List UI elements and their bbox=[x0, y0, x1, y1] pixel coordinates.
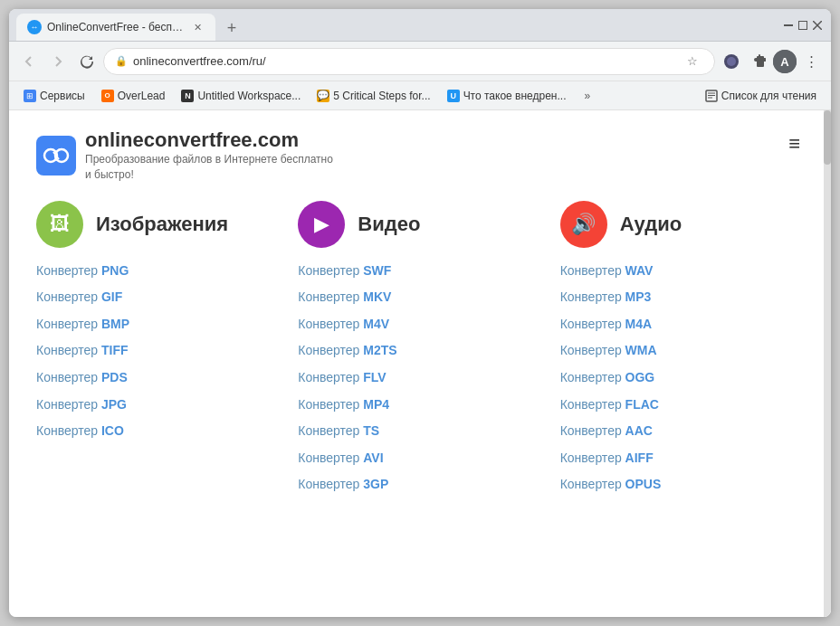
page-content: onlineconvertfree.com Преобразование фай… bbox=[9, 110, 831, 617]
section-icon-images: 🖼 bbox=[36, 201, 83, 248]
title-bar: ↔ OnlineConvertFree - бесплатны... ✕ + bbox=[9, 9, 831, 42]
overlead-favicon: O bbox=[101, 90, 114, 102]
site-name: onlineconvertfree.com bbox=[85, 128, 333, 152]
back-button[interactable] bbox=[16, 49, 42, 74]
maximize-button[interactable] bbox=[797, 19, 809, 32]
site-logo-area: onlineconvertfree.com Преобразование фай… bbox=[36, 128, 333, 183]
svg-text:А: А bbox=[780, 55, 789, 69]
bookmark-chat[interactable]: 💬 5 Critical Steps for... bbox=[310, 88, 437, 104]
converter-link-gif[interactable]: Конвертер GIF bbox=[36, 289, 280, 307]
chat-label: 5 Critical Steps for... bbox=[333, 90, 430, 102]
minimize-button[interactable] bbox=[782, 19, 795, 32]
url-input[interactable]: 🔒 onlineconvertfree.com/ru/ ☆ bbox=[103, 48, 715, 75]
hamburger-menu-button[interactable]: ≡ bbox=[785, 128, 804, 159]
close-button[interactable] bbox=[811, 19, 824, 32]
reading-list-icon bbox=[705, 90, 718, 102]
forward-button[interactable] bbox=[45, 49, 71, 74]
tab-area: ↔ OnlineConvertFree - бесплатны... ✕ + bbox=[16, 9, 769, 41]
section-icon-video: ▶ bbox=[298, 201, 345, 248]
url-text: onlineconvertfree.com/ru/ bbox=[133, 54, 676, 68]
scrollbar-thumb[interactable] bbox=[824, 110, 831, 165]
converter-link-wma[interactable]: Конвертер WMA bbox=[560, 342, 804, 360]
logo-svg bbox=[42, 141, 71, 170]
converters-grid: 🖼ИзображенияКонвертер PNGКонвертер GIFКо… bbox=[36, 201, 804, 503]
converter-link-pds[interactable]: Конвертер PDS bbox=[36, 369, 280, 387]
converter-link-3gp[interactable]: Конвертер 3GP bbox=[298, 476, 541, 494]
site-logo-text: onlineconvertfree.com Преобразование фай… bbox=[85, 128, 333, 183]
new-tab-button[interactable]: + bbox=[219, 15, 244, 41]
browser-window: ↔ OnlineConvertFree - бесплатны... ✕ + bbox=[9, 9, 831, 617]
ubersuggest-favicon: U bbox=[447, 90, 460, 102]
site-header: onlineconvertfree.com Преобразование фай… bbox=[36, 128, 804, 183]
converter-link-ico[interactable]: Конвертер ICO bbox=[36, 422, 280, 441]
ubersuggest-label: Что такое внедрен... bbox=[463, 90, 567, 102]
bookmarks-bar: ⊞ Сервисы O OverLead N Untitled Workspac… bbox=[9, 81, 831, 110]
converter-link-opus[interactable]: Конвертер OPUS bbox=[560, 476, 804, 494]
chrome-menu-button[interactable]: ⋮ bbox=[798, 49, 824, 74]
section-audio: 🔊АудиоКонвертер WAVКонвертер MP3Конверте… bbox=[560, 201, 804, 503]
notion-label: Untitled Workspace... bbox=[197, 90, 301, 102]
scrollbar-track[interactable] bbox=[824, 110, 831, 617]
page-inner: onlineconvertfree.com Преобразование фай… bbox=[9, 110, 831, 521]
section-images: 🖼ИзображенияКонвертер PNGКонвертер GIFКо… bbox=[36, 201, 280, 503]
section-icon-audio: 🔊 bbox=[560, 201, 607, 248]
section-header-images: 🖼Изображения bbox=[36, 201, 280, 248]
overlead-label: OverLead bbox=[118, 90, 166, 102]
chat-favicon: 💬 bbox=[317, 90, 329, 102]
active-tab[interactable]: ↔ OnlineConvertFree - бесплатны... ✕ bbox=[16, 14, 215, 41]
svg-rect-1 bbox=[799, 21, 807, 29]
bookmarks-more-button[interactable]: » bbox=[578, 88, 596, 104]
converter-link-m4a[interactable]: Конвертер M4A bbox=[560, 316, 804, 334]
converter-link-tiff[interactable]: Конвертер TIFF bbox=[36, 342, 280, 360]
extensions-button[interactable] bbox=[746, 49, 771, 74]
converter-link-flv[interactable]: Конвертер FLV bbox=[298, 369, 541, 387]
converter-link-m4v[interactable]: Конвертер M4V bbox=[298, 316, 541, 334]
converter-link-aiff[interactable]: Конвертер AIFF bbox=[560, 450, 804, 468]
converter-link-flac[interactable]: Конвертер FLAC bbox=[560, 396, 804, 414]
section-title-audio: Аудио bbox=[620, 213, 682, 236]
profile-avatar[interactable]: А bbox=[773, 50, 797, 73]
converter-link-wav[interactable]: Конвертер WAV bbox=[560, 262, 804, 280]
apps-label: Сервисы bbox=[40, 90, 85, 102]
converter-link-mp4[interactable]: Конвертер MP4 bbox=[298, 396, 541, 414]
bookmark-notion[interactable]: N Untitled Workspace... bbox=[174, 88, 308, 104]
section-header-audio: 🔊Аудио bbox=[560, 201, 804, 248]
tab-close-button[interactable]: ✕ bbox=[190, 20, 205, 34]
converter-link-mp3[interactable]: Конвертер MP3 bbox=[560, 289, 804, 307]
section-video: ▶ВидеоКонвертер SWFКонвертер MKVКонверте… bbox=[298, 201, 541, 503]
converter-link-avi[interactable]: Конвертер AVI bbox=[298, 450, 541, 468]
reading-list-label: Список для чтения bbox=[721, 90, 816, 102]
converter-link-jpg[interactable]: Конвертер JPG bbox=[36, 396, 280, 414]
tab-favicon: ↔ bbox=[27, 20, 42, 34]
toolbar-icons: А ⋮ bbox=[719, 49, 824, 74]
converter-link-bmp[interactable]: Конвертер BMP bbox=[36, 316, 280, 334]
site-logo-icon bbox=[36, 136, 76, 175]
bookmark-overlead[interactable]: O OverLead bbox=[94, 88, 173, 104]
site-desc: Преобразование файлов в Интернете беспла… bbox=[85, 152, 333, 183]
reading-list-button[interactable]: Список для чтения bbox=[698, 88, 824, 104]
apps-icon: ⊞ bbox=[24, 90, 36, 102]
notion-favicon: N bbox=[181, 90, 194, 102]
reload-button[interactable] bbox=[74, 49, 100, 74]
svg-point-5 bbox=[727, 57, 736, 66]
svg-rect-0 bbox=[784, 24, 793, 26]
converter-link-ogg[interactable]: Конвертер OGG bbox=[560, 369, 804, 387]
converter-link-aac[interactable]: Конвертер AAC bbox=[560, 422, 804, 441]
converter-link-m2ts[interactable]: Конвертер M2TS bbox=[298, 342, 541, 360]
converter-link-mkv[interactable]: Конвертер MKV bbox=[298, 289, 541, 307]
converter-link-png[interactable]: Конвертер PNG bbox=[36, 262, 280, 280]
tab-title: OnlineConvertFree - бесплатны... bbox=[47, 21, 185, 33]
bookmark-star-button[interactable]: ☆ bbox=[682, 51, 703, 72]
vpn-icon[interactable] bbox=[719, 49, 744, 74]
section-title-images: Изображения bbox=[96, 213, 228, 236]
lock-icon: 🔒 bbox=[115, 55, 128, 67]
bookmark-ubersuggest[interactable]: U Что такое внедрен... bbox=[440, 88, 574, 104]
address-bar-area: 🔒 onlineconvertfree.com/ru/ ☆ А ⋮ bbox=[9, 42, 831, 81]
converter-link-ts[interactable]: Конвертер TS bbox=[298, 422, 541, 441]
section-header-video: ▶Видео bbox=[298, 201, 541, 248]
converter-link-swf[interactable]: Конвертер SWF bbox=[298, 262, 541, 280]
apps-button[interactable]: ⊞ Сервисы bbox=[16, 88, 92, 104]
section-title-video: Видео bbox=[358, 213, 420, 236]
address-right-icons: ☆ bbox=[682, 51, 703, 72]
